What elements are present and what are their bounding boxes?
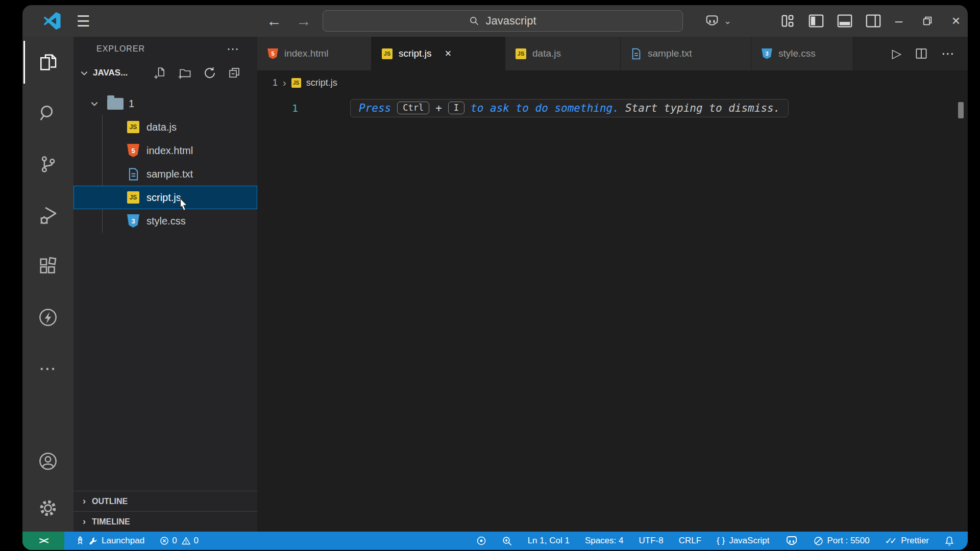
tree-folder-row[interactable]: 1 [74,92,257,115]
prettier-label: Prettier [901,536,929,546]
editor-more-actions-button[interactable]: ⋯ [941,46,954,62]
minimize-button[interactable]: – [890,12,908,30]
chevron-down-icon [90,99,99,108]
tree-file-sample-txt[interactable]: sample.txt [74,162,257,186]
remote-indicator-button[interactable]: >< [22,532,64,550]
run-and-debug-icon[interactable] [22,190,74,241]
source-control-icon[interactable] [22,139,74,190]
circle-slash-icon [814,536,823,546]
back-button[interactable]: ← [266,12,282,30]
tab-style-css[interactable]: 3 style.css [751,37,853,70]
refresh-icon[interactable] [203,66,216,80]
copilot-menu-button[interactable]: ⌄ [704,15,731,27]
run-code-button[interactable]: ▷ [892,46,901,61]
chevron-right-icon: › [83,516,86,527]
restore-button[interactable] [919,12,936,30]
css-file-icon: 3 [762,48,772,59]
tab-script-js[interactable]: JS script.js × [372,37,505,70]
search-icon[interactable] [22,88,74,139]
vscode-window: ☰ ← → Javascript ⌄ [22,5,968,550]
cursor-position-button[interactable]: Ln 1, Col 1 [528,536,570,546]
launchpad-button[interactable]: Launchpad [76,536,144,546]
outline-section-header[interactable]: › OUTLINE [74,491,257,511]
breadcrumb-folder[interactable]: 1 [273,78,278,88]
settings-gear-icon[interactable] [22,485,74,532]
eol-button[interactable]: CRLF [679,536,701,546]
copilot-status-icon[interactable] [785,536,798,546]
errors-icon [160,536,169,545]
encoding-button[interactable]: UTF-8 [639,536,663,546]
txt-file-icon [127,168,139,180]
menu-button[interactable]: ☰ [77,12,90,30]
file-name: data.js [146,121,177,133]
chevron-down-icon [80,68,89,78]
tab-sample-txt[interactable]: sample.txt [621,37,751,70]
css-file-icon: 3 [127,214,139,228]
tab-index-html[interactable]: 5 index.html [257,37,372,70]
editor-line-1[interactable]: 1 Press Ctrl + I to ask to do something.… [257,96,968,120]
toggle-panel-button[interactable] [836,12,853,30]
extensions-icon[interactable] [22,241,74,292]
timeline-section-header[interactable]: › TIMELINE [74,511,257,532]
html-file-icon: 5 [127,144,139,157]
tab-label: sample.txt [648,48,692,59]
screencast-icon[interactable] [476,536,486,546]
command-center-search[interactable]: Javascript [323,10,683,32]
tree-file-data-js[interactable]: JS data.js [74,115,257,139]
indentation-button[interactable]: Spaces: 4 [585,536,624,546]
tab-data-js[interactable]: JS data.js [505,37,621,70]
problems-button[interactable]: 0 0 [160,536,199,546]
new-folder-icon[interactable] [178,66,192,80]
tree-file-style-css[interactable]: 3 style.css [74,209,257,233]
explorer-icon[interactable] [22,37,74,88]
braces-icon: { } [717,536,725,546]
explorer-more-actions-button[interactable]: ⋯ [227,46,239,52]
close-tab-icon[interactable]: × [445,47,451,60]
breadcrumb-file[interactable]: script.js [306,78,337,88]
tree-file-script-js[interactable]: JS script.js [74,186,257,209]
chevron-right-icon: › [83,496,86,507]
language-label: JavaScript [729,536,769,546]
editor-scrollbar[interactable] [958,102,964,118]
prettier-button[interactable]: ✓✓ Prettier [885,536,929,546]
hint-press-text: Press [359,102,391,114]
thunder-extension-icon[interactable] [22,292,74,343]
workspace-section-header[interactable]: JAVAS... [74,61,257,85]
language-mode-button[interactable]: { } JavaScript [717,536,769,546]
wrench-icon [89,537,97,545]
breadcrumb[interactable]: 1 › JS script.js [257,70,968,95]
live-server-port-button[interactable]: Port : 5500 [814,536,870,546]
port-label: Port : 5500 [827,536,870,546]
search-icon [469,16,479,26]
i-keycap: I [448,102,464,114]
tab-label: style.css [778,48,816,59]
forward-button[interactable]: → [296,12,311,30]
rocket-icon [76,536,85,545]
customize-layout-button[interactable] [779,12,796,30]
folder-name: 1 [129,98,134,110]
collapse-folders-icon[interactable] [228,66,241,80]
js-file-icon: JS [127,121,139,133]
editor-group: 5 index.html JS script.js × JS data.js [257,37,968,532]
file-name: script.js [146,192,181,204]
tab-label: script.js [399,48,431,59]
timeline-label: TIMELINE [92,517,130,527]
account-icon[interactable] [22,438,74,485]
workspace-name: JAVAS... [93,68,128,78]
new-file-icon[interactable] [153,66,166,80]
notifications-bell-icon[interactable] [944,536,954,546]
screen: ☰ ← → Javascript ⌄ [0,0,980,551]
split-editor-button[interactable] [915,47,928,60]
js-file-icon: JS [291,78,301,88]
tree-file-index-html[interactable]: 5 index.html [74,139,257,162]
tab-label: data.js [532,48,561,59]
more-views-icon[interactable]: ⋯ [22,343,74,394]
file-name: index.html [146,145,193,157]
txt-file-icon [631,48,642,59]
close-window-button[interactable]: × [947,12,965,30]
zoom-in-icon[interactable] [502,536,512,546]
explorer-title: EXPLORER [96,44,145,54]
title-bar: ☰ ← → Javascript ⌄ [22,5,968,37]
toggle-secondary-sidebar-button[interactable] [865,12,882,30]
toggle-primary-sidebar-button[interactable] [807,12,825,30]
